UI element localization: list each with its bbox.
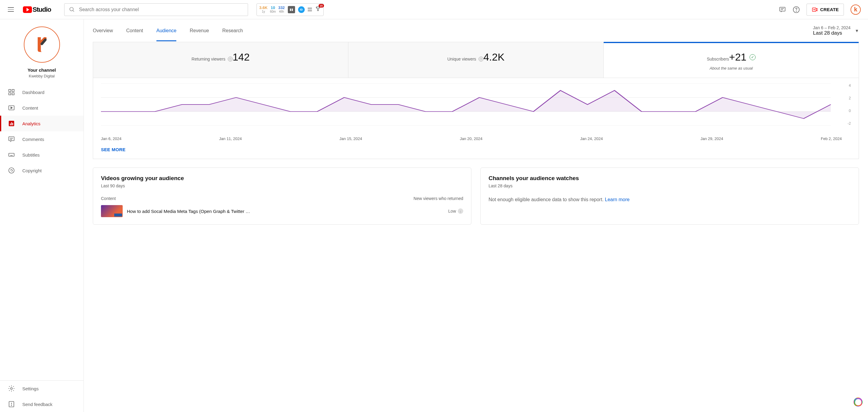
metric-subscribers[interactable]: Subscribers+21✓About the same as usual bbox=[604, 42, 859, 78]
svg-line-1 bbox=[73, 10, 74, 11]
tab-revenue[interactable]: Revenue bbox=[190, 20, 209, 41]
svg-point-0 bbox=[70, 7, 73, 11]
svg-rect-20 bbox=[9, 137, 14, 141]
sidebar-item-copyright[interactable]: Copyright bbox=[0, 163, 84, 178]
menu-icon[interactable] bbox=[7, 6, 14, 13]
help-icon[interactable] bbox=[793, 6, 800, 13]
extension-stats-box[interactable]: 3.6K1y 1060m 33248h ▮▮ ID 15 bbox=[256, 3, 324, 16]
x-tick: Jan 11, 2024 bbox=[219, 136, 242, 141]
col-new-viewers: New viewers who returned bbox=[413, 196, 463, 201]
x-tick: Feb 2, 2024 bbox=[821, 136, 842, 141]
x-tick: Jan 29, 2024 bbox=[701, 136, 723, 141]
ext-badge: 15 bbox=[318, 4, 324, 7]
ext-analytics-icon[interactable]: ▮▮ bbox=[288, 6, 295, 13]
channel-name: Kwebby Digital bbox=[0, 74, 84, 78]
search-icon bbox=[69, 7, 75, 13]
comments-icon bbox=[8, 136, 15, 143]
create-button[interactable]: CREATE bbox=[807, 4, 844, 16]
download-icon: ↓ bbox=[458, 208, 463, 214]
create-icon bbox=[812, 7, 818, 13]
analytics-icon bbox=[8, 120, 15, 127]
chevron-down-icon: ▼ bbox=[855, 28, 859, 33]
ext-stat-2: 10 bbox=[271, 5, 275, 10]
metric-returning-viewers[interactable]: Returning viewers142 bbox=[93, 42, 348, 78]
learn-more-link[interactable]: Learn more bbox=[605, 197, 629, 202]
youtube-icon bbox=[23, 6, 32, 13]
svg-point-29 bbox=[10, 388, 12, 389]
search-input[interactable] bbox=[64, 3, 248, 16]
svg-point-28 bbox=[9, 168, 14, 173]
card-title: Channels your audience watches bbox=[489, 175, 851, 182]
sidebar-item-comments[interactable]: Comments bbox=[0, 131, 84, 147]
svg-rect-13 bbox=[9, 93, 11, 95]
ext-stat-2-sub: 60m bbox=[270, 10, 276, 13]
subscribers-chart bbox=[101, 83, 851, 126]
svg-rect-11 bbox=[9, 90, 11, 92]
channels-watched-card: Channels your audience watches Last 28 d… bbox=[480, 167, 859, 225]
your-channel-label: Your channel bbox=[0, 67, 84, 73]
ext-stat-3-sub: 48h bbox=[279, 10, 284, 13]
video-stat: Low bbox=[448, 209, 456, 213]
card-period: Last 28 days bbox=[489, 183, 851, 188]
sidebar-item-content[interactable]: Content bbox=[0, 100, 84, 116]
account-avatar[interactable]: k bbox=[850, 4, 861, 15]
period-label: Last 28 days bbox=[813, 30, 851, 36]
logo-text: Studio bbox=[33, 6, 51, 13]
date-range: Jan 6 – Feb 2, 2024 bbox=[813, 25, 851, 30]
svg-rect-19 bbox=[12, 123, 13, 125]
subtitles-icon bbox=[8, 151, 15, 159]
x-tick: Jan 15, 2024 bbox=[339, 136, 362, 141]
check-icon: ✓ bbox=[749, 54, 755, 60]
info-icon bbox=[478, 57, 484, 62]
metric-unique-viewers[interactable]: Unique viewers4.2K bbox=[348, 42, 604, 78]
tab-overview[interactable]: Overview bbox=[93, 20, 113, 41]
svg-rect-2 bbox=[780, 7, 785, 11]
dashboard-icon bbox=[8, 89, 15, 96]
channel-block: Your channel Kwebby Digital bbox=[0, 19, 84, 84]
card-text: Not enough eligible audience data to sho… bbox=[489, 197, 604, 202]
channel-avatar[interactable] bbox=[24, 27, 60, 63]
ext-stat-1-sub: 1y bbox=[262, 10, 265, 13]
copyright-icon bbox=[8, 167, 15, 174]
svg-rect-18 bbox=[11, 122, 12, 125]
date-range-picker[interactable]: Jan 6 – Feb 2, 2024 Last 28 days ▼ bbox=[813, 25, 859, 36]
sidebar-item-send-feedback[interactable]: Send feedback bbox=[0, 396, 84, 412]
ext-stat-3: 332 bbox=[278, 5, 285, 10]
sidebar-item-analytics[interactable]: Analytics bbox=[0, 116, 84, 131]
svg-rect-14 bbox=[12, 93, 14, 95]
x-tick: Jan 6, 2024 bbox=[101, 136, 121, 141]
svg-point-32 bbox=[11, 405, 12, 406]
see-more-link[interactable]: SEE MORE bbox=[101, 147, 851, 152]
tab-research[interactable]: Research bbox=[222, 20, 243, 41]
video-title: How to add Socal Media Meta Tags (Open G… bbox=[127, 209, 444, 214]
svg-rect-12 bbox=[12, 90, 14, 92]
send-feedback-icon bbox=[8, 401, 15, 408]
ext-list-icon[interactable] bbox=[308, 8, 312, 11]
x-tick: Jan 20, 2024 bbox=[460, 136, 483, 141]
svg-rect-23 bbox=[9, 153, 14, 156]
sidebar-item-settings[interactable]: Settings bbox=[0, 381, 84, 396]
tab-content[interactable]: Content bbox=[126, 20, 143, 41]
card-title: Videos growing your audience bbox=[101, 175, 463, 182]
col-content: Content bbox=[101, 196, 116, 201]
x-tick: Jan 24, 2024 bbox=[580, 136, 603, 141]
tab-audience[interactable]: Audience bbox=[156, 20, 177, 41]
svg-point-6 bbox=[796, 11, 797, 11]
card-period: Last 90 days bbox=[101, 183, 463, 188]
sidebar-item-subtitles[interactable]: Subtitles bbox=[0, 147, 84, 163]
videos-growing-card: Videos growing your audience Last 90 day… bbox=[93, 167, 471, 225]
assistant-float-icon[interactable] bbox=[854, 398, 863, 407]
content-icon bbox=[8, 104, 15, 111]
info-icon bbox=[228, 57, 233, 62]
video-row[interactable]: How to add Socal Media Meta Tags (Open G… bbox=[101, 205, 463, 217]
video-thumbnail bbox=[101, 205, 123, 217]
ext-id-icon[interactable]: ID bbox=[298, 6, 305, 13]
create-label: CREATE bbox=[820, 7, 839, 12]
chat-icon[interactable] bbox=[779, 6, 786, 13]
ext-stat-1: 3.6K bbox=[259, 5, 267, 10]
settings-icon bbox=[8, 385, 15, 392]
svg-rect-17 bbox=[10, 124, 11, 125]
sidebar-item-dashboard[interactable]: Dashboard bbox=[0, 84, 84, 100]
youtube-studio-logo[interactable]: Studio bbox=[23, 6, 51, 13]
ext-trophy-icon[interactable]: 15 bbox=[315, 6, 321, 13]
